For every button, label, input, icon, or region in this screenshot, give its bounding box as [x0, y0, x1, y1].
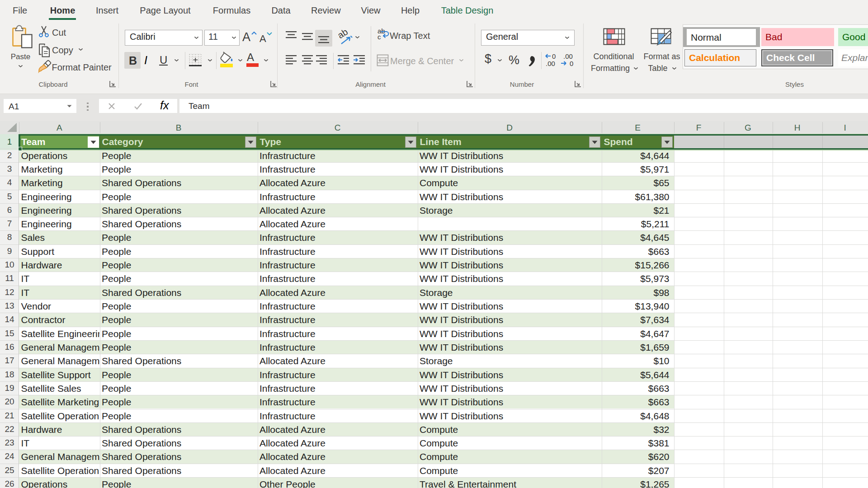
svg-text:.00: .00	[563, 53, 573, 60]
svg-text:0: 0	[570, 60, 573, 67]
svg-text:.00: .00	[546, 60, 555, 67]
svg-text:0: 0	[552, 53, 556, 60]
